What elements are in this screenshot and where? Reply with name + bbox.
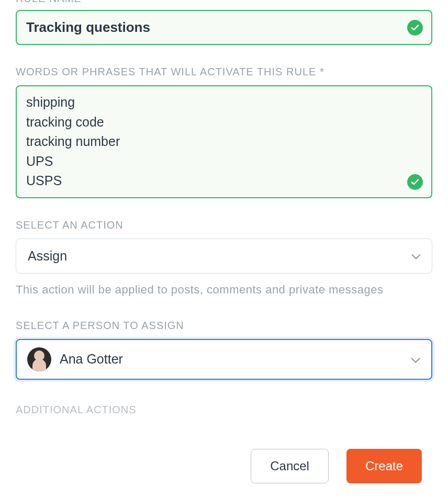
person-selected-value: Ana Gotter bbox=[60, 352, 123, 367]
words-field-wrapper[interactable]: shipping tracking code tracking number U… bbox=[16, 85, 432, 198]
create-button[interactable]: Create bbox=[346, 449, 422, 483]
person-label: SELECT A PERSON TO ASSIGN bbox=[16, 320, 432, 332]
additional-actions-label: ADDITIONAL ACTIONS bbox=[16, 404, 432, 416]
check-icon bbox=[407, 174, 423, 190]
footer: Cancel Create bbox=[0, 434, 448, 498]
cancel-button[interactable]: Cancel bbox=[251, 449, 329, 483]
action-selected-value: Assign bbox=[28, 248, 67, 263]
avatar bbox=[27, 347, 51, 371]
action-select[interactable]: Assign bbox=[16, 239, 432, 274]
chevron-down-icon bbox=[411, 248, 421, 264]
action-label: SELECT AN ACTION bbox=[16, 219, 432, 231]
action-helper-text: This action will be applied to posts, co… bbox=[16, 281, 432, 299]
chevron-down-icon bbox=[410, 352, 421, 367]
person-select[interactable]: Ana Gotter bbox=[16, 339, 432, 380]
rule-name-input[interactable] bbox=[26, 19, 400, 36]
rule-name-field-wrapper bbox=[16, 10, 432, 45]
check-icon bbox=[407, 20, 423, 36]
words-label: WORDS OR PHRASES THAT WILL ACTIVATE THIS… bbox=[16, 66, 432, 78]
rule-name-label: RULE NAME bbox=[16, 0, 432, 5]
words-input[interactable]: shipping tracking code tracking number U… bbox=[26, 93, 400, 191]
